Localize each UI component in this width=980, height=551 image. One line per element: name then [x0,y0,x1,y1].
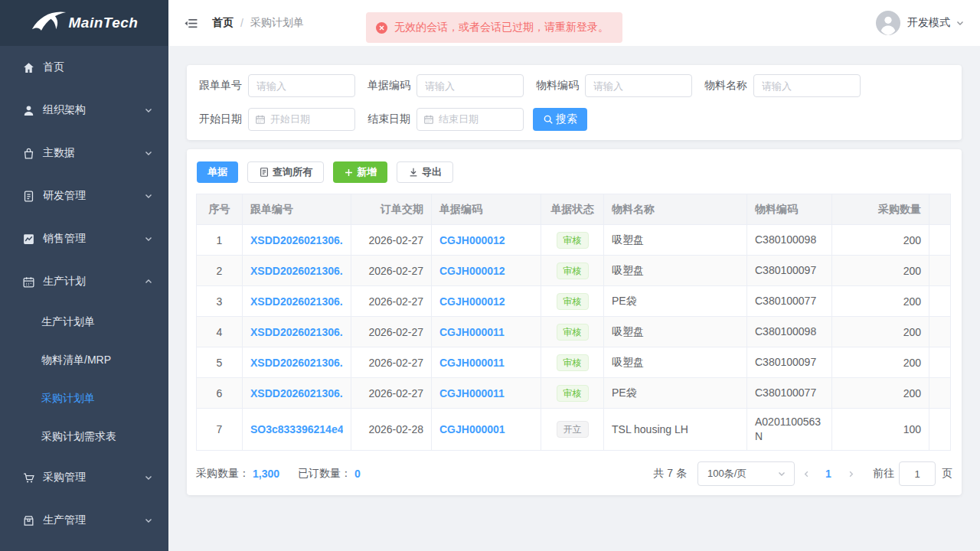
table-row: 2 XSDD2026021306.. 2026-02-27 CGJH000012… [197,256,951,286]
table-body: 1 XSDD2026021306.. 2026-02-27 CGJH000012… [197,225,951,451]
table-header-row: 序号 跟单编号 订单交期 单据编码 单据状态 物料名称 物料编码 采购数量 [197,194,951,225]
sidebar-item-label: 生产管理 [43,514,86,527]
sidebar-subitem-purchase-plan-demand[interactable]: 采购计划需求表 [0,418,168,456]
cell-qty: 200 [832,286,929,317]
col-header-delivery: 订单交期 [351,194,432,225]
cell-extra [929,347,951,378]
sidebar-item-purchase[interactable]: 采购管理 [0,456,168,499]
order-no-link[interactable]: XSDD2026021306.. [250,234,343,246]
export-button-label: 导出 [422,165,442,179]
export-button[interactable]: 导出 [397,161,453,183]
sidebar-item-sales[interactable]: 销售管理 [0,217,168,260]
cell-material: TSL housing LH [604,409,747,451]
sidebar-subitem-label: 采购计划需求表 [41,430,116,444]
col-header-order-no: 跟单编号 [243,194,351,225]
chevron-down-icon [144,234,153,243]
material-code-input[interactable] [585,74,692,97]
cell-order-no: XSDD2026021306.. [243,256,351,286]
page-unit-label: 页 [942,467,952,481]
doc-no-link[interactable]: CGJH000012 [439,234,533,246]
material-name-input[interactable] [753,74,861,97]
cell-extra [929,409,951,451]
purchase-qty-value: 1,300 [253,468,279,480]
purchase-qty-label: 采购数量： [196,467,250,481]
cell-doc-no: CGJH000011 [432,317,541,347]
sidebar-item-home[interactable]: 首页 [0,46,168,89]
cell-material: 吸塑盘 [604,347,747,378]
order-no-link[interactable]: SO3c833396214e40 [250,423,343,435]
sidebar-item-label: 组织架构 [43,103,86,117]
cell-seq: 3 [197,286,243,317]
goto-page-input[interactable] [899,461,936,486]
doc-button[interactable]: 单据 [197,161,238,183]
sidebar-item-production-plan[interactable]: 生产计划 [0,260,168,303]
prev-page-button[interactable] [795,461,818,486]
page-size-select[interactable]: 100条/页 [697,461,795,486]
doc-no-link[interactable]: CGJH000011 [439,357,533,369]
sidebar-subitem-production-plan-order[interactable]: 生产计划单 [0,303,168,341]
download-icon [408,167,419,178]
sidebar-item-manufacturing[interactable]: 生产管理 [0,499,168,542]
app-logo: MainTech [0,0,168,46]
start-date-picker[interactable]: 开始日期 [248,108,355,131]
main-area: 首页 / 采购计划单 无效的会话，或者会话已过期，请重新登录。 开发模式 跟单单… [168,0,980,551]
cell-extra [929,317,951,347]
sidebar-subitem-bom-mrp[interactable]: 物料清单/MRP [0,341,168,380]
status-tag: 审核 [557,385,589,402]
sidebar-item-label: 主数据 [43,146,75,160]
doc-no-link[interactable]: CGJH000012 [439,265,533,277]
order-no-link[interactable]: XSDD2026021306.. [250,387,343,399]
sidebar: MainTech 首页 组织架构 主数据 研发管理 [0,0,168,551]
chevron-down-icon [144,473,153,482]
sidebar-item-rnd[interactable]: 研发管理 [0,174,168,217]
query-all-button[interactable]: 查询所有 [247,161,324,183]
sidebar-subitem-purchase-plan-order[interactable]: 采购计划单 [0,380,168,418]
topbar: 首页 / 采购计划单 无效的会话，或者会话已过期，请重新登录。 开发模式 [168,0,980,46]
cell-extra [929,286,951,317]
sidebar-item-masterdata[interactable]: 主数据 [0,132,168,174]
order-no-link[interactable]: XSDD2026021306.. [250,357,343,369]
order-no-input[interactable] [248,74,355,97]
toolbar: 单据 查询所有 新增 [197,161,952,183]
page-number-current[interactable]: 1 [818,468,839,480]
sidebar-item-label: 研发管理 [43,189,86,203]
sidebar-subitem-label: 采购计划单 [41,392,95,406]
cell-qty: 200 [832,225,929,256]
chart-icon [22,233,35,246]
cell-delivery: 2026-02-27 [351,347,432,378]
table-row: 6 XSDD2026021306.. 2026-02-27 CGJH000011… [197,378,951,409]
cell-order-no: XSDD2026021306.. [243,225,351,256]
sidebar-fold-icon[interactable] [184,16,198,31]
status-tag: 审核 [557,262,589,279]
chevron-up-icon [144,277,153,286]
breadcrumb-home[interactable]: 首页 [212,16,234,30]
sidebar-item-label: 销售管理 [43,232,86,246]
doc-no-link[interactable]: CGJH000012 [439,295,533,308]
cell-seq: 2 [197,256,243,286]
cell-order-no: XSDD2026021306.. [243,347,351,378]
cart-icon [22,471,35,484]
user-menu[interactable]: 开发模式 [876,11,965,35]
order-no-link[interactable]: XSDD2026021306.. [250,265,343,277]
sidebar-item-org[interactable]: 组织架构 [0,89,168,132]
cell-qty: 100 [832,409,929,451]
next-page-button[interactable] [839,461,862,486]
end-date-picker[interactable]: 结束日期 [416,108,524,131]
logo-text: MainTech [69,15,139,31]
cell-material: PE袋 [604,286,747,317]
table-row: 4 XSDD2026021306.. 2026-02-27 CGJH000011… [197,317,951,347]
order-no-link[interactable]: XSDD2026021306.. [250,326,343,338]
page-size-value: 100条/页 [707,467,746,481]
search-button[interactable]: 搜索 [533,108,587,131]
cell-seq: 4 [197,317,243,347]
document-icon [22,190,35,203]
add-button[interactable]: 新增 [333,161,387,183]
cell-qty: 200 [832,378,929,409]
doc-no-link[interactable]: CGJH000011 [439,326,533,338]
chevron-down-icon [144,516,153,525]
doc-no-link[interactable]: CGJH000001 [439,423,533,435]
doc-code-input[interactable] [416,74,524,97]
ordered-qty-value: 0 [354,468,361,480]
doc-no-link[interactable]: CGJH000011 [439,387,533,399]
order-no-link[interactable]: XSDD2026021306.. [250,295,343,308]
